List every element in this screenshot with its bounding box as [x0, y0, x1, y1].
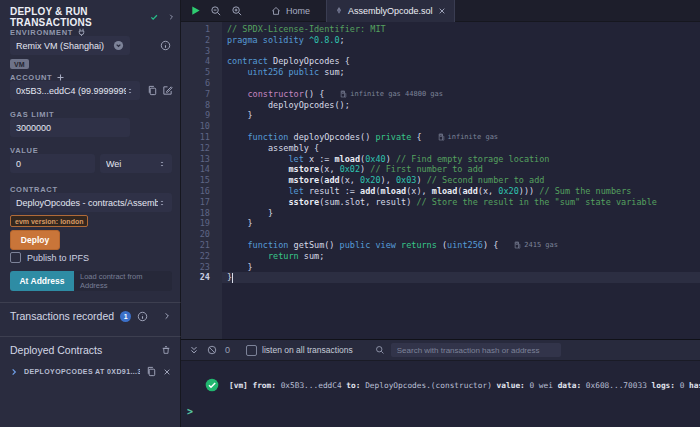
- transaction-log-entry[interactable]: [vm] from: 0x5B3...eddC4 to: DeployOpcod…: [205, 378, 700, 392]
- code-line[interactable]: 17 sstore(sum.slot, result) // Store the…: [181, 197, 700, 208]
- code-line[interactable]: 15 mstore(add(x, 0x20), 0x03) // Second …: [181, 175, 700, 186]
- chevron-right-icon[interactable]: [168, 13, 175, 21]
- stepper-icon[interactable]: [158, 198, 166, 208]
- code-line[interactable]: 23 }: [181, 262, 700, 273]
- code-line[interactable]: 4contract DeployOpcodes {: [181, 56, 700, 67]
- value-unit-select[interactable]: Wei: [100, 154, 172, 173]
- tab-home[interactable]: Home: [263, 0, 318, 22]
- at-address-input[interactable]: Load contract from Address: [74, 271, 172, 291]
- line-number: 8: [181, 100, 222, 111]
- line-number: 21: [181, 240, 222, 251]
- tab-assemblyopcode[interactable]: AssemblyOpcode.sol: [326, 0, 455, 22]
- chevron-right-icon[interactable]: [163, 312, 171, 320]
- code-lines: 1// SPDX-License-Identifier: MIT2pragma …: [181, 24, 700, 283]
- terminal-panel: 0 listen on all transactions [vm] from: …: [181, 339, 700, 427]
- expand-terminal-icon[interactable]: [189, 345, 199, 355]
- code-line[interactable]: 13 let x := mload(0x40) // Find empty st…: [181, 154, 700, 165]
- code-line[interactable]: 7 constructor() {infinite gas 44800 gas: [181, 89, 700, 100]
- value-input[interactable]: 0: [10, 154, 95, 173]
- line-number: 9: [181, 110, 222, 121]
- line-number: 18: [181, 208, 222, 219]
- zoom-in-icon[interactable]: [231, 5, 243, 17]
- evm-version-badge: evm version: london: [10, 215, 88, 227]
- solidity-file-icon: [335, 6, 343, 16]
- deploy-button[interactable]: Deploy: [10, 230, 60, 250]
- stepper-icon[interactable]: [158, 159, 166, 169]
- line-number: 10: [181, 121, 222, 132]
- deployed-contracts-label: Deployed Contracts: [10, 344, 102, 356]
- account-select[interactable]: 0x5B3...eddC4 (99.99999999: [10, 81, 140, 100]
- remove-contract-icon[interactable]: [163, 368, 171, 376]
- transactions-recorded-row[interactable]: Transactions recorded 1: [10, 310, 171, 322]
- clear-listen-icon[interactable]: [207, 345, 217, 355]
- info-icon[interactable]: [137, 311, 148, 322]
- line-number: 7: [181, 89, 222, 100]
- copy-account-icon[interactable]: [147, 85, 158, 96]
- environment-info-icon[interactable]: [160, 40, 171, 51]
- divider: [0, 302, 181, 303]
- terminal-search: [375, 343, 561, 357]
- line-number: 15: [181, 175, 222, 186]
- line-number: 13: [181, 154, 222, 165]
- code-line[interactable]: 9 }: [181, 110, 700, 121]
- trash-icon[interactable]: [161, 345, 171, 355]
- code-line[interactable]: 19 }: [181, 218, 700, 229]
- code-editor[interactable]: 1// SPDX-License-Identifier: MIT2pragma …: [181, 22, 700, 339]
- code-line[interactable]: 16 let result := add(mload(x), mload(add…: [181, 186, 700, 197]
- code-line[interactable]: 21 function getSum() public view returns…: [181, 240, 700, 251]
- line-number: 17: [181, 197, 222, 208]
- editor-tab-bar: Home AssemblyOpcode.sol: [181, 0, 700, 22]
- code-line[interactable]: 24}: [181, 272, 700, 283]
- code-line[interactable]: 20: [181, 229, 700, 240]
- code-line[interactable]: 2pragma solidity ^0.8.0;: [181, 35, 700, 46]
- tab-file-label: AssemblyOpcode.sol: [348, 6, 433, 16]
- code-line[interactable]: 22 return sum;: [181, 251, 700, 262]
- at-address-button[interactable]: At Address: [10, 271, 74, 291]
- publish-ipfs-checkbox[interactable]: [10, 252, 21, 263]
- gas-estimate-annotation: infinite gas: [438, 132, 499, 143]
- code-line[interactable]: 11 function deployOpcodes() private {inf…: [181, 132, 700, 143]
- stepper-icon[interactable]: [126, 86, 134, 96]
- edit-account-icon[interactable]: [162, 85, 173, 96]
- transactions-count-badge: 1: [120, 311, 131, 322]
- terminal-search-input[interactable]: [391, 343, 561, 357]
- expand-chevron-icon[interactable]: [10, 368, 18, 376]
- account-value: 0x5B3...eddC4 (99.99999999: [16, 86, 126, 96]
- line-number: 6: [181, 78, 222, 89]
- run-script-icon[interactable]: [190, 5, 201, 16]
- line-number: 4: [181, 56, 222, 67]
- environment-caret-icon[interactable]: [113, 40, 124, 51]
- line-number: 3: [181, 46, 222, 57]
- code-line[interactable]: 5 uint256 public sum;: [181, 67, 700, 78]
- value-amount: 0: [16, 159, 89, 169]
- code-line[interactable]: 10: [181, 121, 700, 132]
- code-line[interactable]: 12 assembly {: [181, 143, 700, 154]
- divider: [0, 336, 181, 337]
- contract-select[interactable]: DeployOpcodes - contracts/Assembly: [10, 193, 172, 212]
- gas-limit-input[interactable]: 3000000: [10, 118, 130, 137]
- gas-estimate-annotation: infinite gas 44800 gas: [340, 89, 443, 100]
- line-number: 16: [181, 186, 222, 197]
- listen-all-label: listen on all transactions: [262, 345, 353, 355]
- deployed-contract-item[interactable]: DEPLOYOPCODES AT 0XD91...3913: [10, 366, 171, 377]
- code-line[interactable]: 1// SPDX-License-Identifier: MIT: [181, 24, 700, 35]
- terminal-prompt[interactable]: >: [187, 406, 193, 417]
- environment-select[interactable]: Remix VM (Shanghai): [10, 36, 130, 55]
- close-tab-icon[interactable]: [438, 7, 446, 15]
- code-line[interactable]: 8 deployOpcodes();: [181, 100, 700, 111]
- code-line[interactable]: 3: [181, 46, 700, 57]
- compile-success-check-icon: [150, 12, 158, 22]
- code-line[interactable]: 14 mstore(x, 0x02) // First number to ad…: [181, 164, 700, 175]
- copy-address-icon[interactable]: [146, 366, 157, 377]
- line-number: 5: [181, 67, 222, 78]
- code-line[interactable]: 6: [181, 78, 700, 89]
- line-number: 14: [181, 164, 222, 175]
- text-cursor: [232, 273, 233, 283]
- gas-limit-value: 3000000: [16, 123, 124, 133]
- listen-all-checkbox[interactable]: [246, 345, 257, 356]
- line-number: 11: [181, 132, 222, 143]
- vm-badge: VM: [10, 59, 29, 69]
- code-line[interactable]: 18 }: [181, 208, 700, 219]
- transactions-recorded-label: Transactions recorded: [10, 310, 114, 322]
- zoom-out-icon[interactable]: [210, 5, 222, 17]
